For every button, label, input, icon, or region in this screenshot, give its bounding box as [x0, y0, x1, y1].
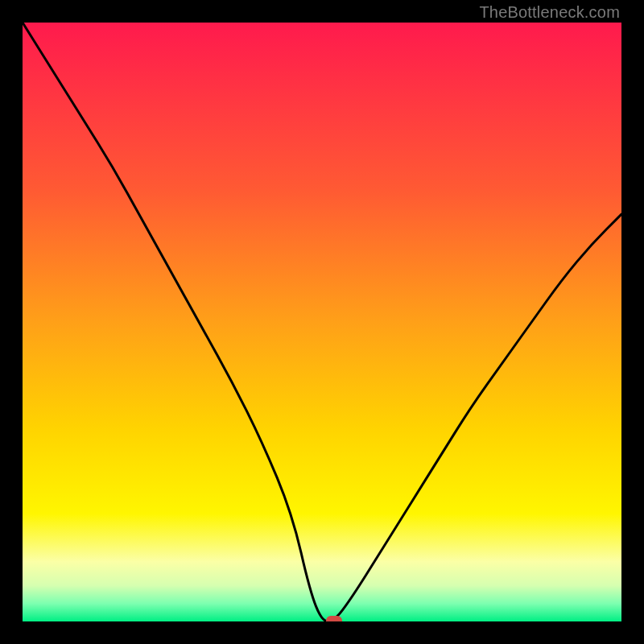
optimum-marker-icon [326, 616, 342, 621]
watermark-text: TheBottleneck.com [479, 3, 620, 22]
chart-frame: TheBottleneck.com [0, 0, 644, 644]
bottleneck-curve [23, 23, 621, 621]
plot-area [23, 23, 621, 621]
